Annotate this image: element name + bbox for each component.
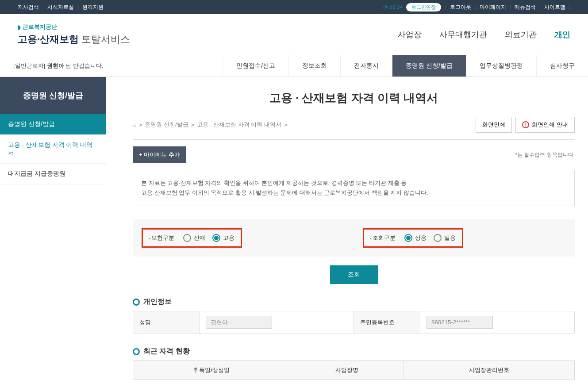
- nav-agency[interactable]: 사무대행기관: [439, 29, 487, 40]
- filter-row: 보험구분 산재 고용 조회구분 상용 일용: [133, 219, 575, 257]
- filter-label-query: 조회구분: [370, 234, 396, 242]
- top-link-forms[interactable]: 서식자료실: [47, 4, 74, 11]
- nav-medical[interactable]: 의료기관: [505, 29, 537, 40]
- recent-status-table: 취득일/상실일 사업장명 사업장관리번호: [133, 360, 575, 380]
- section-recent-status: 최근 자격 현황: [133, 347, 575, 356]
- sidebar: 증명원 신청/발급 증명원 신청/발급 고용 · 산재보험 자격 이력 내역서 …: [0, 77, 106, 387]
- sub-nav: 민원접수/신고 정보조회 전자통지 증명원 신청/발급 업무상질병판정 심사청구: [223, 55, 588, 77]
- sidebar-item-payment[interactable]: 대지급금 지급증명원: [0, 164, 106, 184]
- breadcrumb: ⌂ > 증명원 신청/발급 > 고용 · 산재보험 자격 이력 내역서 >: [133, 121, 288, 129]
- logo-icon: ◗: [18, 24, 21, 31]
- filter-label-insurance: 보험구분: [149, 234, 174, 242]
- label-rrn: 주민등록번호: [354, 311, 420, 333]
- radio-goyong[interactable]: 고용: [212, 234, 234, 242]
- clock-icon: ◔: [383, 4, 388, 10]
- col-date: 취득일/상실일: [133, 361, 290, 380]
- header: ◗근로복지공단 고용·산재보험 토탈서비스 사업장 사무대행기관 의료기관 개인: [0, 14, 588, 55]
- print-guide-button[interactable]: !화면인쇄 안내: [515, 117, 575, 133]
- home-icon[interactable]: ⌂: [133, 122, 136, 128]
- welcome-message: [일반근로자] 권현아 님 반갑습니다.: [0, 55, 117, 77]
- col-number: 사업장관리번호: [404, 361, 574, 380]
- add-mymenu-button[interactable]: + 마이메뉴 추가: [133, 146, 186, 163]
- sidebar-item-cert[interactable]: 증명원 신청/발급: [0, 114, 106, 135]
- subnav-disease[interactable]: 업무상질병판정: [466, 55, 536, 77]
- login-extend-button[interactable]: 로그인연장: [406, 3, 441, 11]
- print-button[interactable]: 화면인쇄: [476, 117, 512, 133]
- label-name: 성명: [133, 311, 200, 333]
- top-link-sitemap[interactable]: 사이트맵: [544, 4, 565, 11]
- session-timer: ◔59:34: [383, 4, 403, 10]
- filter-insurance-type: 보험구분 산재 고용: [142, 228, 242, 248]
- main-nav: 사업장 사무대행기관 의료기관 개인: [398, 29, 570, 40]
- subnav-cert[interactable]: 증명원 신청/발급: [392, 55, 466, 77]
- page-title: 고용 · 산재보험 자격 이력 내역서: [133, 90, 575, 106]
- top-link-mypage[interactable]: 마이페이지: [480, 4, 506, 11]
- top-link-remote[interactable]: 원격지원: [82, 4, 104, 11]
- sidebar-item-history[interactable]: 고용 · 산재보험 자격 이력 내역서: [0, 135, 106, 164]
- subnav-info[interactable]: 정보조회: [288, 55, 340, 77]
- subnav-review[interactable]: 심사청구: [536, 55, 588, 77]
- nav-workplace[interactable]: 사업장: [398, 29, 422, 40]
- sidebar-title: 증명원 신청/발급: [0, 77, 106, 114]
- notice-box: 본 자료는 고용·산재보험 자격의 확인을 위하여 본인에게 제공하는 것으로,…: [133, 170, 575, 206]
- logo[interactable]: ◗근로복지공단 고용·산재보험 토탈서비스: [18, 23, 130, 46]
- input-rrn: [427, 316, 493, 329]
- top-bar: 지사검색| 서식자료실| 원격지원 ◔59:34 로그인연장| 로그아웃| 마이…: [0, 0, 588, 14]
- top-link-menusearch[interactable]: 메뉴검색: [515, 4, 536, 11]
- input-name: [206, 316, 272, 329]
- main-content: 고용 · 산재보험 자격 이력 내역서 ⌂ > 증명원 신청/발급 > 고용 ·…: [106, 77, 588, 387]
- top-link-branch[interactable]: 지사검색: [18, 4, 39, 11]
- subnav-civil[interactable]: 민원접수/신고: [223, 55, 288, 77]
- search-button[interactable]: 조회: [330, 265, 378, 284]
- nav-individual[interactable]: 개인: [554, 29, 570, 40]
- radio-sanjae[interactable]: 산재: [183, 234, 205, 242]
- info-icon: !: [522, 121, 529, 128]
- radio-ilyong[interactable]: 일용: [434, 234, 456, 242]
- top-link-logout[interactable]: 로그아웃: [450, 4, 471, 11]
- required-note: *는 필수입력 항목입니다.: [515, 151, 575, 159]
- personal-info-table: 성명 주민등록번호: [133, 311, 575, 333]
- subnav-notice[interactable]: 전자통지: [340, 55, 392, 77]
- radio-sangyong[interactable]: 상용: [404, 234, 427, 242]
- sub-header: [일반근로자] 권현아 님 반갑습니다. 민원접수/신고 정보조회 전자통지 증…: [0, 55, 588, 77]
- filter-query-type: 조회구분 상용 일용: [363, 228, 463, 248]
- section-personal-info: 개인정보: [133, 297, 575, 307]
- col-workplace: 사업장명: [290, 361, 404, 380]
